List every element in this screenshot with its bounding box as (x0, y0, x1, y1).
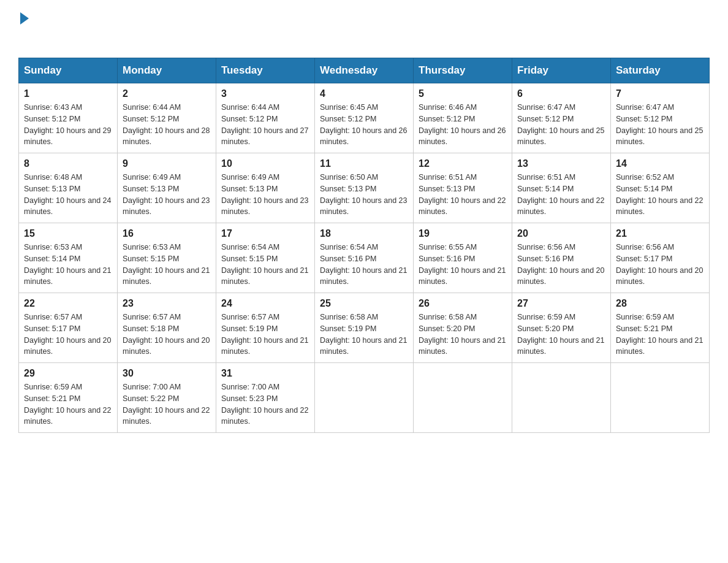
day-number: 26 (419, 298, 507, 309)
day-info: Sunrise: 6:59 AMSunset: 5:20 PMDaylight:… (517, 312, 605, 358)
day-info: Sunrise: 6:56 AMSunset: 5:16 PMDaylight:… (517, 242, 605, 288)
calendar-cell: 19Sunrise: 6:55 AMSunset: 5:16 PMDayligh… (414, 223, 512, 293)
day-info: Sunrise: 6:43 AMSunset: 5:12 PMDaylight:… (24, 102, 112, 148)
calendar-cell: 2Sunrise: 6:44 AMSunset: 5:12 PMDaylight… (118, 83, 216, 153)
calendar-cell: 17Sunrise: 6:54 AMSunset: 5:15 PMDayligh… (216, 223, 315, 293)
day-number: 19 (419, 228, 507, 239)
day-number: 29 (24, 368, 112, 379)
calendar-cell (512, 363, 611, 433)
logo (18, 12, 29, 45)
day-number: 23 (123, 298, 211, 309)
day-info: Sunrise: 6:55 AMSunset: 5:16 PMDaylight:… (419, 242, 507, 288)
calendar-cell: 20Sunrise: 6:56 AMSunset: 5:16 PMDayligh… (512, 223, 611, 293)
day-info: Sunrise: 6:47 AMSunset: 5:12 PMDaylight:… (616, 102, 704, 148)
day-info: Sunrise: 6:53 AMSunset: 5:15 PMDaylight:… (123, 242, 211, 288)
calendar-cell: 12Sunrise: 6:51 AMSunset: 5:13 PMDayligh… (414, 153, 512, 223)
week-row-3: 15Sunrise: 6:53 AMSunset: 5:14 PMDayligh… (19, 223, 710, 293)
calendar-cell: 24Sunrise: 6:57 AMSunset: 5:19 PMDayligh… (216, 293, 315, 363)
calendar-cell: 28Sunrise: 6:59 AMSunset: 5:21 PMDayligh… (611, 293, 710, 363)
day-number: 28 (616, 298, 704, 309)
day-number: 17 (221, 228, 309, 239)
calendar-cell: 30Sunrise: 7:00 AMSunset: 5:22 PMDayligh… (118, 363, 216, 433)
calendar-cell: 8Sunrise: 6:48 AMSunset: 5:13 PMDaylight… (19, 153, 118, 223)
calendar-cell: 11Sunrise: 6:50 AMSunset: 5:13 PMDayligh… (315, 153, 414, 223)
day-info: Sunrise: 6:49 AMSunset: 5:13 PMDaylight:… (123, 172, 211, 218)
calendar-cell: 26Sunrise: 6:58 AMSunset: 5:20 PMDayligh… (414, 293, 512, 363)
day-number: 13 (517, 158, 605, 169)
day-number: 24 (221, 298, 309, 309)
calendar-cell: 23Sunrise: 6:57 AMSunset: 5:18 PMDayligh… (118, 293, 216, 363)
day-info: Sunrise: 6:46 AMSunset: 5:12 PMDaylight:… (419, 102, 507, 148)
calendar-cell: 22Sunrise: 6:57 AMSunset: 5:17 PMDayligh… (19, 293, 118, 363)
day-number: 11 (320, 158, 408, 169)
day-of-week-wednesday: Wednesday (315, 58, 414, 83)
calendar-body: 1Sunrise: 6:43 AMSunset: 5:12 PMDaylight… (19, 83, 710, 433)
week-row-5: 29Sunrise: 6:59 AMSunset: 5:21 PMDayligh… (19, 363, 710, 433)
day-info: Sunrise: 6:45 AMSunset: 5:12 PMDaylight:… (320, 102, 408, 148)
day-of-week-tuesday: Tuesday (216, 58, 315, 83)
day-info: Sunrise: 6:52 AMSunset: 5:14 PMDaylight:… (616, 172, 704, 218)
week-row-4: 22Sunrise: 6:57 AMSunset: 5:17 PMDayligh… (19, 293, 710, 363)
day-of-week-monday: Monday (118, 58, 216, 83)
day-number: 16 (123, 228, 211, 239)
calendar-cell: 7Sunrise: 6:47 AMSunset: 5:12 PMDaylight… (611, 83, 710, 153)
day-number: 31 (221, 368, 309, 379)
day-number: 5 (419, 88, 507, 99)
day-number: 20 (517, 228, 605, 239)
day-number: 22 (24, 298, 112, 309)
calendar-cell: 1Sunrise: 6:43 AMSunset: 5:12 PMDaylight… (19, 83, 118, 153)
day-number: 25 (320, 298, 408, 309)
day-number: 6 (517, 88, 605, 99)
day-number: 30 (123, 368, 211, 379)
day-info: Sunrise: 6:51 AMSunset: 5:14 PMDaylight:… (517, 172, 605, 218)
day-number: 7 (616, 88, 704, 99)
day-info: Sunrise: 6:51 AMSunset: 5:13 PMDaylight:… (419, 172, 507, 218)
day-number: 10 (221, 158, 309, 169)
calendar-cell: 18Sunrise: 6:54 AMSunset: 5:16 PMDayligh… (315, 223, 414, 293)
day-of-week-saturday: Saturday (611, 58, 710, 83)
logo-triangle-icon (20, 12, 29, 25)
calendar-cell: 29Sunrise: 6:59 AMSunset: 5:21 PMDayligh… (19, 363, 118, 433)
day-info: Sunrise: 6:58 AMSunset: 5:19 PMDaylight:… (320, 312, 408, 358)
day-header-row: SundayMondayTuesdayWednesdayThursdayFrid… (19, 58, 710, 83)
day-info: Sunrise: 6:57 AMSunset: 5:17 PMDaylight:… (24, 312, 112, 358)
page-header (18, 12, 710, 45)
day-number: 12 (419, 158, 507, 169)
day-info: Sunrise: 6:57 AMSunset: 5:19 PMDaylight:… (221, 312, 309, 358)
day-of-week-sunday: Sunday (19, 58, 118, 83)
calendar-cell (611, 363, 710, 433)
calendar-cell: 13Sunrise: 6:51 AMSunset: 5:14 PMDayligh… (512, 153, 611, 223)
calendar-cell: 6Sunrise: 6:47 AMSunset: 5:12 PMDaylight… (512, 83, 611, 153)
day-number: 9 (123, 158, 211, 169)
week-row-1: 1Sunrise: 6:43 AMSunset: 5:12 PMDaylight… (19, 83, 710, 153)
day-info: Sunrise: 6:59 AMSunset: 5:21 PMDaylight:… (24, 381, 112, 427)
day-info: Sunrise: 7:00 AMSunset: 5:22 PMDaylight:… (123, 381, 211, 427)
week-row-2: 8Sunrise: 6:48 AMSunset: 5:13 PMDaylight… (19, 153, 710, 223)
day-info: Sunrise: 6:44 AMSunset: 5:12 PMDaylight:… (123, 102, 211, 148)
day-info: Sunrise: 6:53 AMSunset: 5:14 PMDaylight:… (24, 242, 112, 288)
calendar-cell: 9Sunrise: 6:49 AMSunset: 5:13 PMDaylight… (118, 153, 216, 223)
day-number: 8 (24, 158, 112, 169)
calendar-cell: 21Sunrise: 6:56 AMSunset: 5:17 PMDayligh… (611, 223, 710, 293)
calendar-cell: 25Sunrise: 6:58 AMSunset: 5:19 PMDayligh… (315, 293, 414, 363)
day-info: Sunrise: 6:58 AMSunset: 5:20 PMDaylight:… (419, 312, 507, 358)
day-info: Sunrise: 6:54 AMSunset: 5:16 PMDaylight:… (320, 242, 408, 288)
calendar-cell: 4Sunrise: 6:45 AMSunset: 5:12 PMDaylight… (315, 83, 414, 153)
calendar-cell (315, 363, 414, 433)
calendar-cell: 31Sunrise: 7:00 AMSunset: 5:23 PMDayligh… (216, 363, 315, 433)
day-info: Sunrise: 6:56 AMSunset: 5:17 PMDaylight:… (616, 242, 704, 288)
calendar-cell: 3Sunrise: 6:44 AMSunset: 5:12 PMDaylight… (216, 83, 315, 153)
day-number: 21 (616, 228, 704, 239)
calendar-header: SundayMondayTuesdayWednesdayThursdayFrid… (19, 58, 710, 83)
day-number: 14 (616, 158, 704, 169)
day-number: 2 (123, 88, 211, 99)
day-number: 4 (320, 88, 408, 99)
day-number: 18 (320, 228, 408, 239)
day-info: Sunrise: 6:47 AMSunset: 5:12 PMDaylight:… (517, 102, 605, 148)
day-info: Sunrise: 6:57 AMSunset: 5:18 PMDaylight:… (123, 312, 211, 358)
day-of-week-friday: Friday (512, 58, 611, 83)
calendar-cell (414, 363, 512, 433)
day-info: Sunrise: 6:49 AMSunset: 5:13 PMDaylight:… (221, 172, 309, 218)
calendar-cell: 5Sunrise: 6:46 AMSunset: 5:12 PMDaylight… (414, 83, 512, 153)
day-info: Sunrise: 6:54 AMSunset: 5:15 PMDaylight:… (221, 242, 309, 288)
